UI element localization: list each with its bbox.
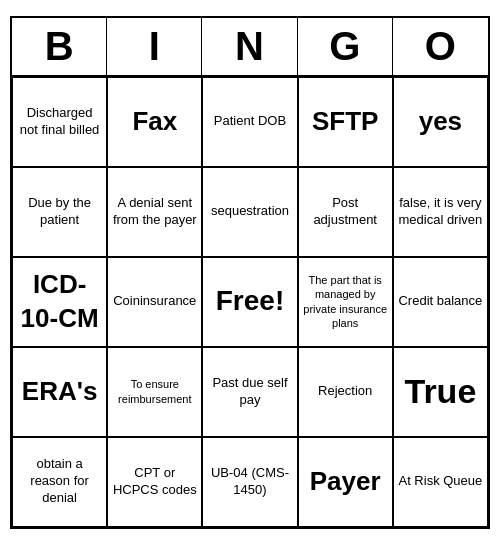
bingo-cell-18: Rejection bbox=[298, 347, 393, 437]
bingo-cell-3: SFTP bbox=[298, 77, 393, 167]
bingo-cell-16: To ensure reimbursement bbox=[107, 347, 202, 437]
bingo-cell-14: Credit balance bbox=[393, 257, 488, 347]
header-letter-O: O bbox=[393, 18, 488, 75]
bingo-cell-17: Past due self pay bbox=[202, 347, 297, 437]
bingo-cell-13: The part that is managed by private insu… bbox=[298, 257, 393, 347]
bingo-card: BINGO Discharged not final billedFaxPati… bbox=[10, 16, 490, 529]
header-letter-B: B bbox=[12, 18, 107, 75]
bingo-cell-2: Patient DOB bbox=[202, 77, 297, 167]
bingo-cell-10: ICD-10-CM bbox=[12, 257, 107, 347]
header-letter-I: I bbox=[107, 18, 202, 75]
bingo-header: BINGO bbox=[12, 18, 488, 77]
bingo-cell-21: CPT or HCPCS codes bbox=[107, 437, 202, 527]
bingo-cell-1: Fax bbox=[107, 77, 202, 167]
bingo-cell-24: At Risk Queue bbox=[393, 437, 488, 527]
bingo-cell-12: Free! bbox=[202, 257, 297, 347]
bingo-cell-20: obtain a reason for denial bbox=[12, 437, 107, 527]
bingo-grid: Discharged not final billedFaxPatient DO… bbox=[12, 77, 488, 527]
bingo-cell-9: false, it is very medical driven bbox=[393, 167, 488, 257]
bingo-cell-15: ERA's bbox=[12, 347, 107, 437]
bingo-cell-0: Discharged not final billed bbox=[12, 77, 107, 167]
bingo-cell-7: sequestration bbox=[202, 167, 297, 257]
bingo-cell-5: Due by the patient bbox=[12, 167, 107, 257]
bingo-cell-8: Post adjustment bbox=[298, 167, 393, 257]
bingo-cell-11: Coininsurance bbox=[107, 257, 202, 347]
bingo-cell-23: Payer bbox=[298, 437, 393, 527]
header-letter-G: G bbox=[298, 18, 393, 75]
bingo-cell-4: yes bbox=[393, 77, 488, 167]
bingo-cell-19: True bbox=[393, 347, 488, 437]
header-letter-N: N bbox=[202, 18, 297, 75]
bingo-cell-22: UB-04 (CMS-1450) bbox=[202, 437, 297, 527]
bingo-cell-6: A denial sent from the payer bbox=[107, 167, 202, 257]
